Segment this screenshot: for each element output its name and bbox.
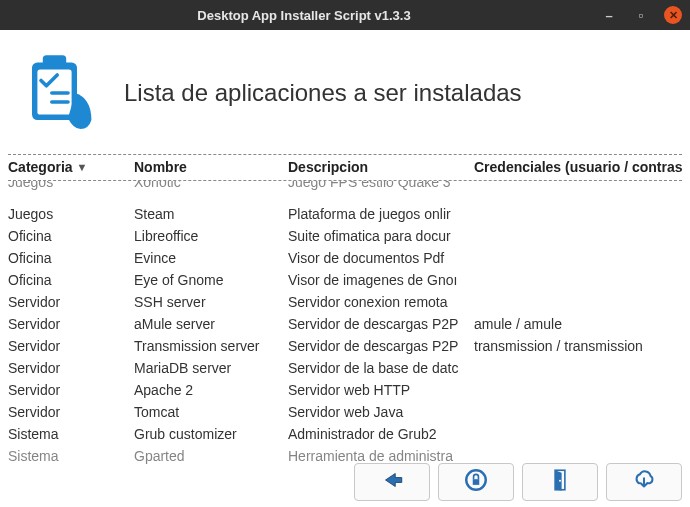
table-row[interactable]: Juegos Xonotic Juego FPS estilo Quake 3: [8, 181, 682, 193]
cell-nombre: Eye of Gnome: [134, 272, 288, 288]
table-body: Juegos Xonotic Juego FPS estilo Quake 3 …: [8, 181, 682, 479]
footer-button-bar: [354, 463, 682, 501]
cell-categoria: Oficina: [8, 228, 134, 244]
cell-nombre: MariaDB server: [134, 360, 288, 376]
column-header-nombre[interactable]: Nombre: [134, 159, 288, 175]
cell-categoria: Juegos: [8, 206, 134, 222]
header: Lista de aplicaciones a ser instaladas: [0, 30, 690, 154]
door-exit-icon: [547, 467, 573, 497]
cell-nombre: Evince: [134, 250, 288, 266]
cell-descripcion: Juego FPS estilo Quake 3: [288, 181, 474, 190]
cell-nombre: SSH server: [134, 294, 288, 310]
cell-nombre: Apache 2: [134, 382, 288, 398]
table-row[interactable]: Oficina Eye of Gnome Visor de imagenes d…: [8, 269, 682, 291]
table-row[interactable]: Sistema Grub customizer Administrador de…: [8, 423, 682, 445]
table-row[interactable]: Oficina Libreoffice Suite ofimatica para…: [8, 225, 682, 247]
table-row[interactable]: Oficina Evince Visor de documentos Pdf: [8, 247, 682, 269]
cell-categoria: Oficina: [8, 272, 134, 288]
cell-descripcion: Visor de imagenes de Gnoı: [288, 272, 474, 288]
lock-button[interactable]: [438, 463, 514, 501]
cell-descripcion: Administrador de Grub2: [288, 426, 474, 442]
column-header-credenciales[interactable]: Credenciales (usuario / contraseña: [474, 159, 682, 175]
cloud-download-icon: [631, 467, 657, 497]
download-button[interactable]: [606, 463, 682, 501]
window-title: Desktop App Installer Script v1.3.3: [8, 8, 600, 23]
window-titlebar: Desktop App Installer Script v1.3.3 – ▫ …: [0, 0, 690, 30]
table-row[interactable]: Servidor Transmission server Servidor de…: [8, 335, 682, 357]
arrow-left-icon: [379, 467, 405, 497]
table-row[interactable]: Servidor aMule server Servidor de descar…: [8, 313, 682, 335]
cell-descripcion: Visor de documentos Pdf: [288, 250, 474, 266]
back-button[interactable]: [354, 463, 430, 501]
minimize-button[interactable]: –: [600, 6, 618, 24]
table-row[interactable]: Servidor MariaDB server Servidor de la b…: [8, 357, 682, 379]
clipboard-check-icon: [14, 48, 104, 138]
cell-descripcion: Suite ofimatica para docur: [288, 228, 474, 244]
column-header-descripcion[interactable]: Descripcion: [288, 159, 474, 175]
cell-categoria: Sistema: [8, 426, 134, 442]
page-title: Lista de aplicaciones a ser instaladas: [124, 79, 522, 107]
close-button[interactable]: ✕: [664, 6, 682, 24]
sort-desc-icon: ▼: [77, 161, 88, 173]
cell-credenciales: transmission / transmission: [474, 338, 682, 354]
table-row[interactable]: Servidor Apache 2 Servidor web HTTP: [8, 379, 682, 401]
cell-nombre: Tomcat: [134, 404, 288, 420]
cell-descripcion: Servidor de descargas P2P: [288, 338, 474, 354]
svg-rect-6: [473, 479, 480, 485]
cell-descripcion: Servidor conexion remota: [288, 294, 474, 310]
cell-descripcion: Servidor de la base de datc: [288, 360, 474, 376]
svg-rect-1: [43, 55, 66, 68]
cell-categoria: Servidor: [8, 382, 134, 398]
cell-nombre: Grub customizer: [134, 426, 288, 442]
maximize-button[interactable]: ▫: [632, 6, 650, 24]
cell-categoria: Servidor: [8, 338, 134, 354]
cell-descripcion: Servidor web HTTP: [288, 382, 474, 398]
cell-nombre: aMule server: [134, 316, 288, 332]
table-row[interactable]: Servidor SSH server Servidor conexion re…: [8, 291, 682, 313]
cell-categoria: Juegos: [8, 181, 134, 190]
table-row[interactable]: Servidor Tomcat Servidor web Java: [8, 401, 682, 423]
cell-descripcion: Servidor web Java: [288, 404, 474, 420]
cell-categoria: Servidor: [8, 404, 134, 420]
cell-descripcion: Servidor de descargas P2P: [288, 316, 474, 332]
cell-categoria: Servidor: [8, 360, 134, 376]
cell-categoria: Servidor: [8, 316, 134, 332]
cell-categoria: Oficina: [8, 250, 134, 266]
lock-icon: [463, 467, 489, 497]
table-row[interactable]: Juegos Steam Plataforma de juegos onlir: [8, 203, 682, 225]
cell-nombre: Steam: [134, 206, 288, 222]
cell-descripcion: Plataforma de juegos onlir: [288, 206, 474, 222]
cell-nombre: Libreoffice: [134, 228, 288, 244]
cell-nombre: Transmission server: [134, 338, 288, 354]
cell-nombre: Xonotic: [134, 181, 288, 190]
cell-nombre: Gparted: [134, 448, 288, 464]
table-header-row: Categoria ▼ Nombre Descripcion Credencia…: [8, 155, 682, 181]
window-controls: – ▫ ✕: [600, 6, 682, 24]
cell-categoria: Sistema: [8, 448, 134, 464]
app-table: Categoria ▼ Nombre Descripcion Credencia…: [8, 155, 682, 479]
column-header-categoria[interactable]: Categoria ▼: [8, 159, 134, 175]
svg-point-9: [559, 480, 561, 482]
column-header-categoria-label: Categoria: [8, 159, 73, 175]
cell-credenciales: amule / amule: [474, 316, 682, 332]
exit-button[interactable]: [522, 463, 598, 501]
cell-categoria: Servidor: [8, 294, 134, 310]
cell-descripcion: Herramienta de administra: [288, 448, 474, 464]
